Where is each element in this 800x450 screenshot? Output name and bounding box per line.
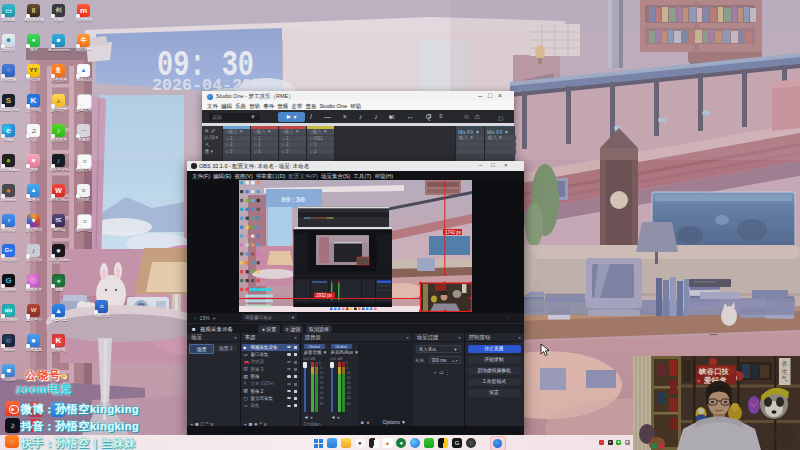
svg-text:2932 px: 2932 px [316,293,333,298]
svg-text:1742 px: 1742 px [445,230,462,235]
